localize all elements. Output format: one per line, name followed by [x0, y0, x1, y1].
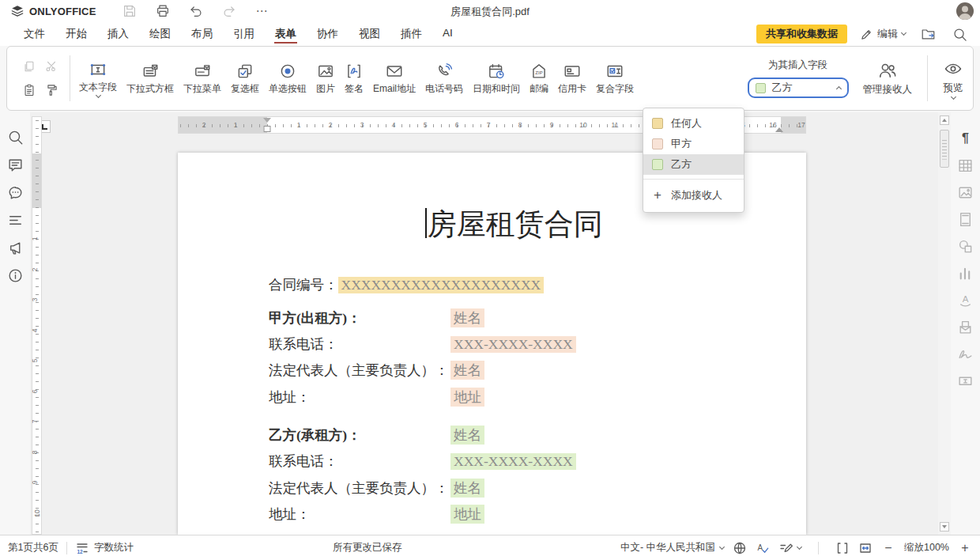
shape-settings-button[interactable]	[956, 237, 976, 255]
tab-view[interactable]: 视图	[358, 23, 381, 45]
ruler-number: 16	[769, 120, 776, 130]
phone-number-button[interactable]: 电话号码	[420, 59, 468, 99]
party-a-representative-field[interactable]: 姓名	[450, 361, 484, 380]
preview-button[interactable]: 预览	[940, 59, 967, 99]
party-a-address-field[interactable]: 地址	[450, 388, 484, 407]
header-footer-icon	[957, 211, 974, 228]
undo-button[interactable]	[187, 2, 205, 20]
role-option-party-b[interactable]: 乙方	[643, 154, 744, 175]
combo-box-button[interactable]: 下拉式方框	[122, 59, 179, 99]
checkbox-button[interactable]: 复选框	[226, 59, 264, 99]
image-settings-button[interactable]	[956, 184, 976, 201]
tab-collaboration[interactable]: 协作	[316, 23, 339, 45]
tab-plugins[interactable]: 插件	[400, 23, 423, 45]
tab-insert[interactable]: 插入	[107, 23, 130, 45]
party-b-phone-field[interactable]: XXX-XXXX-XXXX	[450, 453, 576, 470]
signature-settings-button[interactable]	[956, 345, 976, 362]
feedback-button[interactable]	[5, 239, 25, 256]
contract-number-field[interactable]: XXXXXXXXXXXXXXXXXXXX	[338, 277, 545, 293]
manage-recipients-button[interactable]: 管理接收人	[860, 60, 916, 96]
zoom-in-button[interactable]: +	[958, 542, 972, 554]
word-count-button[interactable]: 12 字数统计	[75, 541, 134, 555]
fit-width-button[interactable]	[858, 541, 873, 555]
scroll-down-button[interactable]	[940, 522, 949, 532]
role-option-anyone[interactable]: 任何人	[643, 113, 744, 134]
format-painter-button[interactable]	[42, 81, 61, 99]
ruler-number: 7	[31, 420, 39, 424]
copy-button[interactable]	[20, 58, 39, 75]
hanging-indent-marker[interactable]	[264, 126, 271, 132]
track-changes-button[interactable]	[778, 541, 801, 555]
avatar-silhouette-icon	[956, 2, 974, 20]
paragraph-settings-button[interactable]: ¶	[956, 130, 976, 147]
party-a-name-field[interactable]: 姓名	[450, 308, 484, 327]
signature-button[interactable]: 签名	[340, 59, 368, 99]
chart-settings-button[interactable]	[956, 264, 976, 282]
language-selector[interactable]: 中文- 中华人民共和国	[620, 541, 724, 554]
statusbar: 第1页共6页 12 字数统计 所有更改已保存 中文- 中华人民共和国 A − 缩…	[0, 535, 980, 560]
zoom-out-button[interactable]: −	[881, 542, 895, 554]
info-icon	[7, 267, 24, 284]
spell-check-button[interactable]: A	[756, 541, 770, 555]
open-file-location-button[interactable]	[918, 25, 937, 43]
share-collect-data-button[interactable]: 共享和收集数据	[756, 25, 847, 44]
about-button[interactable]	[5, 267, 25, 284]
document-language-button[interactable]	[733, 541, 747, 555]
headings-navigation-button[interactable]	[5, 211, 25, 229]
mail-merge-button[interactable]	[956, 318, 976, 335]
tab-home[interactable]: 开始	[65, 23, 88, 45]
party-b-name-field[interactable]: 姓名	[450, 426, 484, 445]
image-button[interactable]: 图片	[311, 59, 340, 99]
tab-references[interactable]: 引用	[232, 23, 255, 45]
credit-card-button[interactable]: 信用卡	[553, 59, 591, 99]
find-button[interactable]	[5, 128, 25, 146]
dropdown-list-icon	[193, 62, 212, 81]
form-settings-button[interactable]	[956, 372, 976, 389]
search-button[interactable]	[950, 25, 969, 43]
toolbar-separator	[927, 55, 928, 101]
party-b-address-field[interactable]: 地址	[450, 505, 484, 524]
party-b-representative-field[interactable]: 姓名	[450, 479, 484, 498]
header-footer-settings-button[interactable]	[956, 210, 976, 228]
recipient-role-combo[interactable]: 乙方	[748, 78, 849, 98]
text-field-button[interactable]: 文本字段	[74, 57, 122, 100]
scroll-up-button[interactable]	[940, 115, 949, 125]
email-address-button[interactable]: Email地址	[368, 59, 420, 99]
signature-label: 签名	[345, 82, 364, 96]
toolbar-right-group: 为其插入字段 乙方 管理接收人 预览	[744, 55, 967, 101]
tab-file[interactable]: 文件	[23, 23, 46, 45]
text-art-settings-button[interactable]: A	[956, 291, 976, 308]
paste-button[interactable]	[20, 81, 39, 99]
tab-forms[interactable]: 表单	[274, 23, 297, 45]
date-time-button[interactable]: 日期和时间	[468, 59, 525, 99]
fit-page-button[interactable]	[835, 541, 850, 555]
comments-button[interactable]	[5, 156, 25, 173]
tab-draw[interactable]: 绘图	[149, 23, 172, 45]
complex-field-button[interactable]: 复合字段	[591, 59, 639, 99]
chat-button[interactable]	[5, 184, 25, 201]
add-recipient-button[interactable]: + 添加接收人	[643, 184, 744, 207]
redo-button[interactable]	[220, 2, 239, 20]
print-button[interactable]	[153, 2, 172, 20]
vertical-ruler[interactable]: 1 2 3 4 5 6 7 8 9 10	[32, 116, 42, 535]
table-settings-button[interactable]	[956, 157, 976, 174]
vertical-scrollbar[interactable]	[938, 112, 951, 535]
save-button[interactable]	[120, 2, 139, 20]
page-indicator[interactable]: 第1页共6页	[8, 541, 58, 554]
user-avatar[interactable]	[956, 2, 974, 20]
tab-layout[interactable]: 布局	[190, 23, 213, 45]
party-a-representative-row: 法定代表人（主要负责人）： 姓名	[269, 361, 484, 380]
dropdown-list-button[interactable]: 下拉菜单	[179, 59, 226, 99]
scrollbar-thumb[interactable]	[940, 130, 949, 168]
email-icon	[385, 62, 404, 81]
party-a-phone-field[interactable]: XXX-XXXX-XXXX	[450, 336, 576, 353]
zip-code-button[interactable]: ZIP 邮编	[525, 59, 553, 99]
more-quick-actions-button[interactable]: ⋯	[253, 2, 272, 20]
tab-ai[interactable]: AI	[442, 23, 454, 45]
edit-mode-dropdown[interactable]: 编辑	[860, 27, 906, 41]
svg-text:ZIP: ZIP	[535, 70, 542, 75]
cut-button[interactable]	[42, 58, 61, 75]
zoom-level-label[interactable]: 缩放100%	[904, 541, 949, 554]
role-option-party-a[interactable]: 甲方	[643, 134, 744, 154]
radio-button-button[interactable]: 单选按钮	[264, 59, 311, 99]
